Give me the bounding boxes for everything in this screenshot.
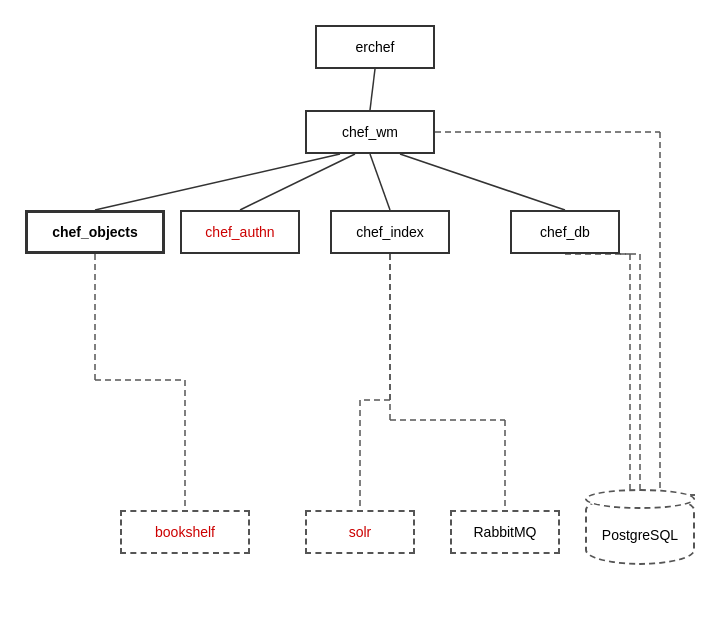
- svg-line-3: [370, 154, 390, 210]
- erchef-node: erchef: [315, 25, 435, 69]
- chef-authn-node: chef_authn: [180, 210, 300, 254]
- chef-index-label: chef_index: [356, 224, 424, 240]
- svg-line-4: [400, 154, 565, 210]
- svg-line-1: [95, 154, 340, 210]
- chef-authn-label: chef_authn: [205, 224, 274, 240]
- svg-line-0: [370, 69, 375, 110]
- postgresql-node: PostgreSQL: [585, 495, 695, 565]
- postgresql-label: PostgreSQL: [602, 527, 678, 543]
- chef-db-node: chef_db: [510, 210, 620, 254]
- chef-wm-label: chef_wm: [342, 124, 398, 140]
- erchef-label: erchef: [356, 39, 395, 55]
- chef-wm-node: chef_wm: [305, 110, 435, 154]
- chef-db-label: chef_db: [540, 224, 590, 240]
- svg-line-2: [240, 154, 355, 210]
- diagram: erchef chef_wm chef_objects chef_authn c…: [0, 0, 725, 630]
- solr-label: solr: [349, 524, 372, 540]
- chef-index-node: chef_index: [330, 210, 450, 254]
- chef-objects-label: chef_objects: [52, 224, 138, 240]
- rabbitmq-node: RabbitMQ: [450, 510, 560, 554]
- chef-objects-node: chef_objects: [25, 210, 165, 254]
- solr-node: solr: [305, 510, 415, 554]
- rabbitmq-label: RabbitMQ: [473, 524, 536, 540]
- bookshelf-label: bookshelf: [155, 524, 215, 540]
- bookshelf-node: bookshelf: [120, 510, 250, 554]
